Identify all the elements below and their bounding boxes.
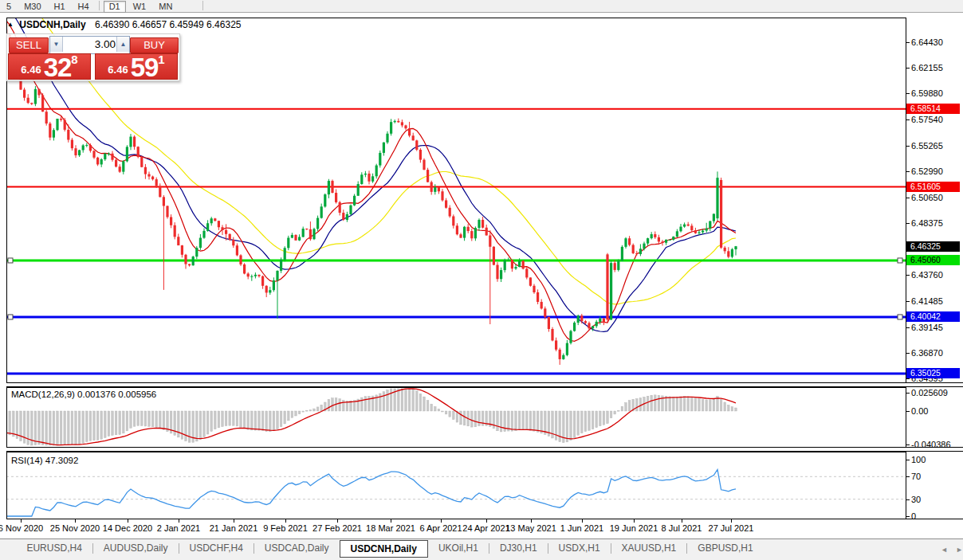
macd-histogram-bar (104, 411, 107, 437)
bid-price-display[interactable]: 6.46 32 8 (8, 53, 91, 80)
macd-histogram-bar (115, 411, 117, 435)
candle-body (324, 194, 326, 206)
candle-body (133, 137, 136, 147)
candle-body (621, 247, 623, 261)
rsi-indicator-label: RSI(14) 47.3092 (11, 456, 78, 465)
macd-histogram-bar (339, 399, 341, 411)
candle-body (144, 167, 147, 174)
candle-body (580, 315, 583, 321)
macd-histogram-bar (522, 411, 525, 429)
candle-body (404, 125, 407, 128)
volume-input[interactable] (63, 37, 116, 52)
candle-body (577, 315, 580, 323)
macd-histogram-bar (123, 411, 125, 433)
candle-body (126, 147, 128, 161)
candle-body (445, 200, 447, 207)
tabs-scroll-right-icon[interactable]: ► (956, 546, 963, 554)
macd-histogram-bar (537, 411, 539, 433)
macd-histogram-bar (350, 401, 352, 411)
volume-decrease-button[interactable]: ▼ (50, 37, 63, 52)
price-tick-mark (906, 119, 910, 120)
candle-body (137, 147, 140, 157)
macd-histogram-bar (474, 411, 477, 427)
macd-histogram-bar (654, 395, 657, 411)
candle-body (544, 308, 546, 316)
macd-histogram-bar (658, 395, 660, 411)
price-tick-label: 6.57540 (911, 115, 943, 124)
one-click-trade-panel: SELL ▼ ▲ BUY 6.46 32 8 6.46 59 1 (6, 33, 180, 81)
candle-body (232, 240, 234, 245)
tabs-scroll-left-icon[interactable]: ◄ (941, 546, 948, 554)
candle-body (434, 187, 436, 192)
macd-histogram-bar (86, 411, 88, 442)
macd-histogram-bar (196, 411, 198, 441)
sell-button[interactable]: SELL (9, 37, 49, 53)
line-handle[interactable] (8, 258, 13, 263)
macd-histogram-bar (261, 411, 264, 431)
chart-tab-bar: EURUSD,H4AUDUSD,DailyUSDCHF,H4USDCAD,Dai… (0, 538, 963, 560)
macd-histogram-bar (78, 411, 81, 444)
candle-body (401, 122, 403, 125)
panel-collapse-icon[interactable]: ▲ (7, 21, 14, 28)
line-handle[interactable] (898, 315, 902, 319)
chart-title-row: ▲ USDCNH,Daily 6.46390 6.46657 6.45949 6… (7, 19, 241, 30)
macd-histogram-bar (112, 411, 114, 435)
candle-body (441, 191, 443, 200)
macd-histogram-bar (434, 406, 437, 411)
candle-body (104, 154, 106, 159)
macd-histogram-bar (570, 411, 572, 441)
line-handle[interactable] (8, 315, 13, 319)
macd-histogram-bar (155, 411, 158, 428)
chart-tab-usdchf[interactable]: USDCHF,H4 (179, 541, 254, 556)
macd-histogram-bar (728, 405, 730, 411)
candle-body (261, 276, 264, 286)
chart-tab-gbpusd[interactable]: GBPUSD,H1 (687, 541, 763, 556)
chart-tab-usdx[interactable]: USDX,H1 (548, 541, 611, 556)
candle-body (287, 238, 289, 249)
candle-body (339, 202, 341, 213)
chart-tab-ukoil[interactable]: UKOil,H1 (428, 541, 489, 556)
chart-tab-audusd[interactable]: AUDUSD,Daily (93, 541, 179, 556)
date-label: 18 Mar 2021 (366, 523, 415, 533)
macd-histogram-bar (423, 397, 426, 411)
macd-histogram-bar (526, 411, 529, 429)
macd-histogram-bar (419, 394, 422, 411)
ask-price-display[interactable]: 6.46 59 1 (95, 53, 178, 80)
macd-histogram-bar (332, 398, 334, 411)
macd-histogram-bar (577, 411, 580, 435)
macd-histogram-bar (284, 411, 286, 424)
candle-body (603, 319, 605, 323)
candle-body (562, 355, 564, 359)
candle-body (731, 249, 733, 257)
candle-body (548, 317, 550, 329)
macd-histogram-bar (280, 411, 282, 427)
macd-histogram-bar (247, 411, 250, 429)
chart-tab-usdcad[interactable]: USDCAD,Daily (254, 541, 340, 556)
macd-histogram-bar (203, 411, 206, 437)
chart-tab-eurusd[interactable]: EURUSD,H4 (16, 541, 92, 556)
chart-tab-usdcnh[interactable]: USDCNH,Daily (340, 540, 428, 558)
date-tick-mark (582, 519, 583, 523)
price-tick-label: 6.41485 (911, 296, 943, 306)
volume-increase-button[interactable]: ▲ (116, 37, 129, 52)
price-tick-mark (906, 275, 910, 276)
candle-body (328, 181, 330, 194)
candle-body (119, 166, 121, 171)
chart-tab-xauusd[interactable]: XAUUSD,H1 (611, 541, 687, 556)
candle-body (181, 245, 183, 255)
candle-body (617, 260, 619, 270)
macd-tick-label: 0.00 (911, 406, 928, 416)
ask-price-big: 59 (131, 57, 159, 78)
line-handle[interactable] (898, 258, 902, 263)
macd-histogram-bar (225, 411, 227, 426)
candle-body (643, 244, 645, 249)
candle-body (257, 275, 260, 276)
date-label: 24 Apr 2021 (462, 523, 509, 533)
rsi-tick-mark (906, 499, 910, 500)
buy-button[interactable]: BUY (130, 37, 179, 53)
level-price-label-6.58514: 6.58514 (906, 104, 960, 114)
candle-body (478, 220, 480, 228)
rsi-tick-label: 0 (911, 511, 916, 521)
candle-body (155, 179, 158, 186)
chart-tab-dj30[interactable]: DJ30,H1 (489, 541, 548, 556)
